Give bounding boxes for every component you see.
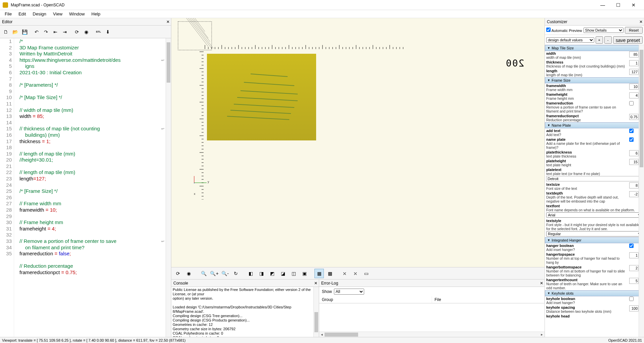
customizer-scrollbar[interactable] <box>639 45 644 337</box>
3d-viewport[interactable]: x y 200 <box>171 18 545 267</box>
customizer-title: Customizer <box>547 19 567 24</box>
close-button[interactable]: ✕ <box>626 0 641 10</box>
svg-line-119 <box>241 91 298 94</box>
param-row-length: lengthlength of map tile (mm)▴▾ <box>545 69 644 77</box>
view-top-icon[interactable]: ◨ <box>257 269 266 278</box>
show-details-select[interactable]: Show Details <box>584 28 624 33</box>
error-hscrollbar[interactable]: ◄ ► <box>319 332 545 337</box>
render-view-icon[interactable]: ◉ <box>184 269 194 278</box>
view-bottom-icon[interactable]: ◩ <box>267 269 277 278</box>
redo-icon[interactable]: ↷ <box>42 28 50 36</box>
export-stl-icon[interactable]: STL <box>94 28 103 36</box>
undo-icon[interactable]: ↶ <box>32 28 41 36</box>
customizer-panel: Customizer ✕ Automatic Preview Show Deta… <box>545 18 644 337</box>
unindent-icon[interactable]: ⇤ <box>51 28 60 36</box>
axes-icon[interactable]: ⤬ <box>340 269 349 278</box>
status-bar: Viewport: translate = [ 75.51 109.58 6.2… <box>0 337 644 343</box>
auto-preview-checkbox[interactable]: Automatic Preview <box>546 28 582 33</box>
menu-edit[interactable]: Edit <box>15 11 29 17</box>
param-row-frameheight: frameheightFrame height mm▴▾ <box>545 92 644 101</box>
indent-icon[interactable]: ⇥ <box>60 28 69 36</box>
param-name-plate[interactable] <box>629 137 634 142</box>
error-table[interactable]: Group File ◄ ► <box>319 296 545 337</box>
reset-view-icon[interactable]: ↻ <box>231 269 241 278</box>
code-editor[interactable]: 1234567891011121314151617181920212223242… <box>0 38 171 337</box>
param-row-framereduction: framereductionRemove a portion of frame … <box>545 101 644 114</box>
perspective-icon[interactable]: ▦ <box>314 269 324 278</box>
orthogonal-icon[interactable]: ▩ <box>325 269 335 278</box>
error-log-title: Error-Log <box>321 281 338 286</box>
console-output[interactable]: Public License as published by the Free … <box>171 287 319 337</box>
svg-line-4 <box>195 18 205 32</box>
editor-header: Editor ✕ <box>0 18 171 26</box>
zoom-in-icon[interactable]: 🔍+ <box>210 269 219 278</box>
view-left-icon[interactable]: ◪ <box>278 269 288 278</box>
customizer-body[interactable]: Map Tile Sizewidthwidth of map tile (mm)… <box>545 45 644 337</box>
zoom-out-icon[interactable]: 🔍- <box>220 269 230 278</box>
menu-help[interactable]: Help <box>88 11 104 17</box>
svg-line-123 <box>227 116 289 120</box>
section-map-tile-size[interactable]: Map Tile Size <box>545 45 644 51</box>
menu-design[interactable]: Design <box>29 11 49 17</box>
error-col-group[interactable]: Group <box>319 296 432 303</box>
preset-remove-button[interactable]: - <box>604 36 612 44</box>
editor-title: Editor <box>2 19 12 24</box>
menu-window[interactable]: Window <box>66 11 88 17</box>
menu-file[interactable]: File <box>1 11 15 17</box>
editor-close-icon[interactable]: ✕ <box>166 19 170 24</box>
reset-button[interactable]: Reset <box>625 27 643 34</box>
param-row-framereductionpct: framereductionpctReduction percentage▴▾ <box>545 114 644 122</box>
section-keyhole-slots[interactable]: Keyhole slots <box>545 290 644 296</box>
section-frame-size[interactable]: Frame Size <box>545 77 644 83</box>
zoom-all-icon[interactable]: 🔍 <box>199 269 208 278</box>
center-column: x y 200 ⟳ ◉ 🔍 🔍+ 🔍- <box>171 18 545 337</box>
param-hanger-boolean[interactable] <box>629 244 634 248</box>
error-log-close-icon[interactable]: ✕ <box>540 281 543 286</box>
param-add-text[interactable] <box>629 129 634 133</box>
param-framereduction[interactable] <box>629 101 634 105</box>
svg-rect-6 <box>178 22 212 50</box>
new-icon[interactable]: 🗋 <box>1 28 10 36</box>
preview-view-icon[interactable]: ⟳ <box>173 269 183 278</box>
preset-select[interactable]: design default values <box>546 37 594 43</box>
minimize-button[interactable]: — <box>595 0 610 10</box>
menu-view[interactable]: View <box>50 11 66 17</box>
console-scrollbar[interactable] <box>313 287 319 337</box>
save-icon[interactable]: 💾 <box>20 28 29 36</box>
render-icon[interactable]: ◉ <box>82 28 91 36</box>
svg-line-1 <box>190 18 213 48</box>
rendered-model <box>207 54 316 140</box>
view-back-icon[interactable]: ▣ <box>300 269 309 278</box>
save-preset-button[interactable]: save preset <box>613 36 643 44</box>
section-name-plate[interactable]: Name Plate <box>545 122 644 128</box>
editor-toolbar: 🗋 📂 💾 ↶ ↷ ⇤ ⇥ ⟳ ◉ STL ⬇ <box>0 26 171 38</box>
edges-icon[interactable]: ▭ <box>361 269 371 278</box>
param-textfont[interactable]: Arial <box>546 212 643 218</box>
console-panel: Console ✕ Public License as published by… <box>171 280 319 337</box>
svg-line-3 <box>193 18 208 38</box>
open-icon[interactable]: 📂 <box>11 28 19 36</box>
section-integrated-hanger[interactable]: Integrated Hanger <box>545 237 644 243</box>
param-keyhole-boolean[interactable] <box>629 297 634 301</box>
console-close-icon[interactable]: ✕ <box>314 281 317 286</box>
error-col-file[interactable]: File <box>432 296 545 303</box>
customizer-close-icon[interactable]: ✕ <box>639 19 643 24</box>
view-right-icon[interactable]: ◧ <box>246 269 255 278</box>
viewport-toolbar: ⟳ ◉ 🔍 🔍+ 🔍- ↻ ◧ ◨ ◩ ◪ ◫ ▣ ▦ ▩ ⤬ ⤫ ▭ <box>171 267 545 279</box>
param-row-platethickness: platethicknesstext plate thickness▴▾ <box>545 150 644 159</box>
error-filter-select[interactable]: All <box>334 289 364 295</box>
editor-scrollbar[interactable] <box>166 38 171 337</box>
console-header: Console ✕ <box>171 280 319 287</box>
send-icon[interactable]: ⬇ <box>103 28 112 36</box>
preview-icon[interactable]: ⟳ <box>73 28 81 36</box>
scale-marker-icon[interactable]: ⤫ <box>351 269 360 278</box>
editor-panel: Editor ✕ 🗋 📂 💾 ↶ ↷ ⇤ ⇥ ⟳ ◉ STL ⬇ 1234567… <box>0 18 171 337</box>
param-textstyle[interactable]: Regular <box>546 231 643 237</box>
preset-add-button[interactable]: + <box>596 36 603 44</box>
view-front-icon[interactable]: ◫ <box>289 269 298 278</box>
param-row-keyhole-spacing: keyhole spacingDistance between two keyh… <box>545 305 644 314</box>
app-logo-icon <box>3 2 8 8</box>
param-row-add-text: add textAdd text? <box>545 128 644 137</box>
param-platetext[interactable] <box>546 176 643 181</box>
maximize-button[interactable]: ☐ <box>610 0 626 10</box>
